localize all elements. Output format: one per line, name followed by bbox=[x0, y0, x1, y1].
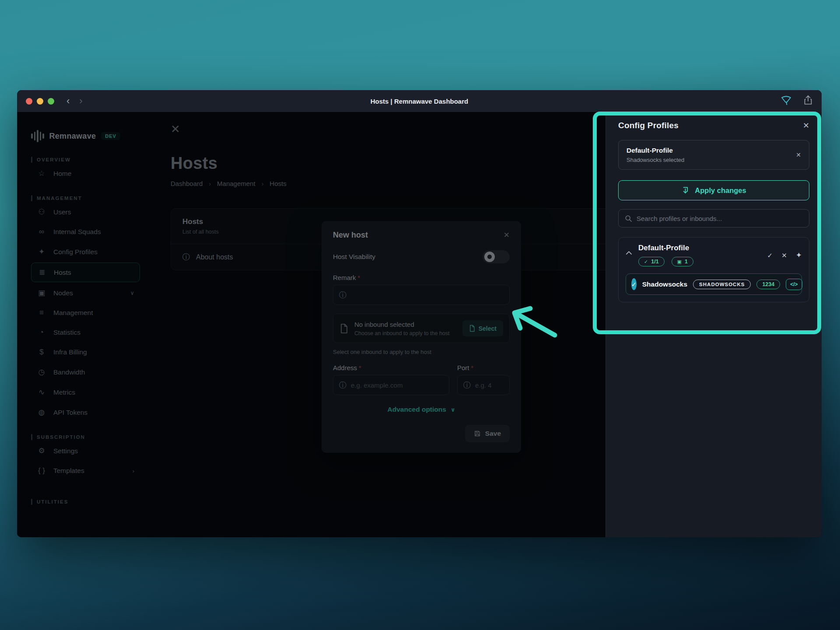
sidebar-item-users[interactable]: ⚇ Users bbox=[31, 203, 140, 221]
breadcrumb-dashboard[interactable]: Dashboard bbox=[171, 180, 203, 187]
sidebar-section-management: MANAGEMENT bbox=[31, 195, 140, 201]
search-input[interactable] bbox=[637, 215, 803, 222]
sidebar-section-subscription: SUBSCRIPTION bbox=[31, 434, 140, 440]
braces-icon: { } bbox=[37, 466, 46, 475]
apply-icon bbox=[681, 186, 690, 195]
close-icon[interactable]: ✕ bbox=[171, 122, 180, 136]
host-visibility-toggle[interactable] bbox=[483, 250, 510, 263]
sidebar-item-statistics[interactable]: ◔ Statistics bbox=[31, 323, 140, 342]
document-icon bbox=[340, 323, 348, 334]
chevron-right-icon: › bbox=[209, 180, 211, 187]
select-all-icon[interactable]: ✓ bbox=[767, 252, 773, 259]
inbound-row-shadowsocks[interactable]: ✓ Shadowsocks SHADOWSOCKS 1234 </> bbox=[626, 273, 802, 295]
inbound-helper-text: Select one inbound to apply to the host bbox=[333, 349, 510, 355]
toggle-knob bbox=[484, 252, 495, 262]
modal-title: New host bbox=[333, 231, 368, 240]
port-field[interactable]: ⓘ bbox=[457, 375, 510, 395]
line-chart-icon: ∿ bbox=[37, 388, 46, 397]
chip-icon: ▣ bbox=[677, 259, 682, 265]
chevron-right-icon: › bbox=[133, 468, 134, 474]
selected-profile-name: Default-Profile bbox=[626, 147, 684, 154]
host-visibility-label: Host Visability bbox=[333, 253, 375, 261]
chevron-up-icon[interactable] bbox=[626, 251, 632, 255]
pie-chart-icon: ◔ bbox=[37, 328, 46, 337]
sidebar-item-infra-billing[interactable]: $ Infra Billing bbox=[31, 343, 140, 361]
chevron-down-icon: ∨ bbox=[130, 290, 134, 296]
minimize-window-button[interactable] bbox=[37, 98, 43, 105]
back-icon[interactable]: ‹ bbox=[66, 96, 70, 106]
zoom-window-button[interactable] bbox=[48, 98, 54, 105]
chevron-down-icon: ∨ bbox=[451, 406, 455, 413]
address-label: Address* bbox=[333, 364, 449, 371]
sidebar-item-config-profiles[interactable]: ✦ Config Profiles bbox=[31, 242, 140, 261]
address-input[interactable] bbox=[351, 382, 443, 389]
breadcrumb: Dashboard › Management › Hosts bbox=[171, 180, 585, 187]
remark-label: Remark* bbox=[333, 274, 510, 281]
profile-group-card: Default-Profile ✓ 1/1 ▣ 1 bbox=[618, 237, 809, 302]
breadcrumb-management[interactable]: Management bbox=[217, 180, 256, 187]
inbound-name: Shadowsocks bbox=[642, 280, 687, 288]
sidebar-item-internal-squads[interactable]: ∞ Internal Squads bbox=[31, 223, 140, 241]
inbound-title: No inbound selected bbox=[354, 321, 456, 328]
sidebar-item-management[interactable]: ≡ Management bbox=[31, 304, 140, 322]
page-title: Hosts bbox=[171, 154, 585, 173]
forward-icon[interactable]: › bbox=[79, 96, 82, 106]
sparkle-icon[interactable]: ✦ bbox=[796, 251, 802, 260]
sidebar-item-bandwidth[interactable]: ◷ Bandwidth bbox=[31, 363, 140, 382]
app-window: ‹ › Hosts | Remnawave Dashboard bbox=[17, 90, 822, 537]
selected-profile-card: Default-Profile Shadowsocks selected ✕ bbox=[618, 140, 809, 170]
sparkle-icon: ✦ bbox=[37, 247, 46, 256]
share-icon[interactable] bbox=[803, 95, 813, 107]
star-icon: ☆ bbox=[37, 169, 46, 178]
apply-changes-button[interactable]: Apply changes bbox=[618, 180, 809, 200]
sidebar-item-home[interactable]: ☆ Home bbox=[31, 164, 140, 183]
breadcrumb-hosts[interactable]: Hosts bbox=[270, 180, 286, 187]
close-icon[interactable]: ✕ bbox=[803, 121, 809, 130]
sidebar: Remnawave DEV OVERVIEW ☆ Home MANAGEMENT bbox=[17, 112, 150, 537]
chevron-right-icon: › bbox=[262, 180, 264, 187]
linked-circles-icon: ∞ bbox=[37, 228, 46, 236]
window-title: Hosts | Remnawave Dashboard bbox=[17, 98, 822, 105]
sidebar-section-overview: OVERVIEW bbox=[31, 157, 140, 163]
close-icon[interactable]: ✕ bbox=[504, 231, 510, 240]
sidebar-section-utilities: UTILITIES bbox=[31, 499, 140, 505]
chip-icon: ▣ bbox=[37, 288, 46, 298]
cookie-icon: ◍ bbox=[37, 408, 46, 417]
extension-fan-icon[interactable] bbox=[780, 95, 792, 107]
brand[interactable]: Remnawave DEV bbox=[31, 130, 140, 143]
remark-field[interactable]: ⓘ bbox=[333, 285, 510, 305]
inbound-subtitle: Choose an inbound to apply to the host bbox=[354, 330, 456, 336]
advanced-options-toggle[interactable]: Advanced options ∨ bbox=[333, 406, 510, 413]
titlebar: ‹ › Hosts | Remnawave Dashboard bbox=[17, 90, 822, 112]
brand-name: Remnawave bbox=[49, 132, 96, 141]
remark-input[interactable] bbox=[351, 291, 504, 299]
port-input[interactable] bbox=[475, 382, 504, 389]
checked-checkbox[interactable]: ✓ bbox=[631, 278, 637, 290]
select-inbound-button[interactable]: Select bbox=[462, 320, 503, 336]
gear-icon: ⚙ bbox=[37, 446, 46, 455]
save-button[interactable]: Save bbox=[465, 425, 510, 442]
address-field[interactable]: ⓘ bbox=[333, 375, 449, 395]
info-icon: ⓘ bbox=[339, 290, 346, 300]
config-profiles-panel: Config Profiles ✕ Default-Profile Shadow… bbox=[606, 112, 822, 537]
code-icon[interactable]: </> bbox=[786, 279, 802, 290]
close-window-button[interactable] bbox=[26, 98, 32, 105]
server-icon: ≡ bbox=[37, 308, 46, 317]
users-icon: ⚇ bbox=[37, 207, 46, 217]
inbound-selector: No inbound selected Choose an inbound to… bbox=[333, 314, 510, 343]
sidebar-item-metrics[interactable]: ∿ Metrics bbox=[31, 383, 140, 402]
selected-count-badge: ✓ 1/1 bbox=[638, 257, 665, 266]
remove-selection-icon[interactable]: ✕ bbox=[796, 151, 801, 158]
deselect-all-icon[interactable]: ✕ bbox=[781, 252, 787, 259]
sidebar-item-nodes[interactable]: ▣ Nodes ∨ bbox=[31, 284, 140, 302]
info-icon: ⓘ bbox=[182, 252, 190, 262]
sidebar-item-api-tokens[interactable]: ◍ API Tokens bbox=[31, 403, 140, 422]
floppy-icon bbox=[474, 430, 481, 437]
sidebar-item-hosts[interactable]: ≣ Hosts bbox=[31, 262, 140, 282]
protocol-badge: SHADOWSOCKS bbox=[693, 280, 751, 289]
sidebar-item-settings[interactable]: ⚙ Settings bbox=[31, 441, 140, 460]
sidebar-item-templates[interactable]: { } Templates › bbox=[31, 462, 140, 480]
desktop-background: ‹ › Hosts | Remnawave Dashboard bbox=[0, 0, 840, 630]
search-field[interactable] bbox=[618, 209, 809, 228]
document-icon bbox=[469, 325, 475, 332]
